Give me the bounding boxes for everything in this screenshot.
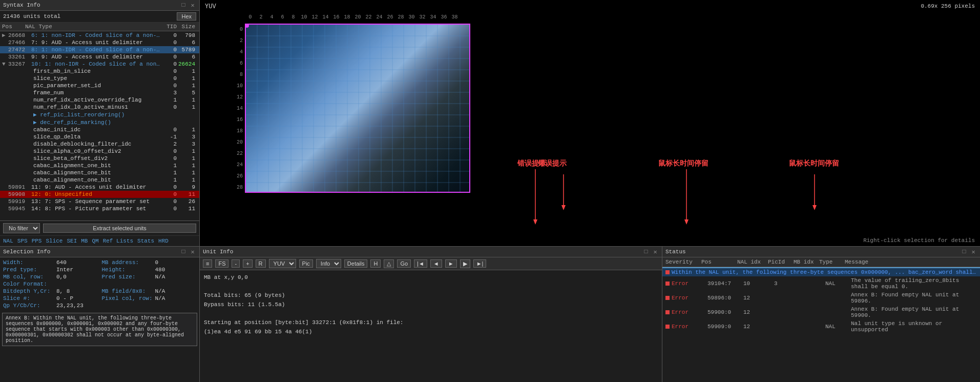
zoom-out-button[interactable]: -: [232, 259, 240, 268]
unit-line-6: Starting at position [byte:bit] 33272:1 …: [204, 318, 658, 328]
h-button[interactable]: H: [370, 259, 381, 268]
nal-tab-hrd[interactable]: HRD: [158, 238, 169, 244]
nal-tab-stats[interactable]: Stats: [137, 238, 154, 244]
sel-field-bitdepth: Bitdepth Y,Cr:8, 8: [3, 288, 98, 294]
details-button[interactable]: Details: [344, 259, 368, 268]
nal-tab-sps[interactable]: SPS: [17, 238, 28, 244]
table-row[interactable]: 27466 7: 9: AUD - Access unit delimiter …: [0, 39, 199, 46]
table-row[interactable]: ▶ 26668 6: 1: non-IDR - Coded slice of a…: [0, 31, 199, 39]
x-axis: 0 2 4 6 8 10 12 14 16 18 20 22 24 26 28 …: [245, 14, 460, 20]
nal-tab-nal[interactable]: NAL: [3, 238, 13, 244]
status-panel: Status □ ✕ Severity Pos NAL idx PicId MB…: [662, 247, 980, 382]
go-button[interactable]: Go: [397, 259, 411, 268]
app-root: Syntax Info □ ✕ 21436 units total Hex Po…: [0, 0, 980, 382]
syntax-stats-text: 21436 units total: [3, 13, 60, 19]
table-row[interactable]: cabac_init_idc 0 1: [0, 126, 199, 133]
hex-button[interactable]: Hex: [177, 12, 196, 21]
table-row-error[interactable]: 59908 12: 0: Unspecified 0 11: [0, 191, 199, 198]
nav-start[interactable]: |◄: [414, 259, 427, 268]
menu-button[interactable]: ≡: [203, 259, 212, 268]
nav-next[interactable]: ►: [445, 259, 457, 268]
right-click-note: Right-click selection for details: [863, 237, 975, 244]
nal-tab-qm[interactable]: QM: [92, 238, 98, 244]
extract-button[interactable]: Extract selected units: [43, 224, 196, 233]
status-row[interactable]: Error 59900:0 12 Annex B: Found empty NA…: [662, 305, 980, 319]
float-icon[interactable]: □: [180, 2, 187, 9]
syntax-table[interactable]: Pos NAL Type TID Size ▶ 26668 6: 1: non-…: [0, 23, 199, 220]
delta-button[interactable]: △: [384, 259, 394, 268]
filter-dropdown[interactable]: No filter: [3, 223, 40, 233]
error-indicator: [665, 325, 670, 329]
status-panel-title: Status: [665, 249, 686, 255]
zoom-in-button[interactable]: +: [243, 259, 252, 268]
status-row[interactable]: Error 59896:0 12 Annex B: Found empty NA…: [662, 291, 980, 305]
nav-end[interactable]: ►|: [473, 259, 487, 268]
table-row[interactable]: first_mb_in_slice 0 1: [0, 68, 199, 75]
pic-button[interactable]: Pic: [299, 259, 313, 268]
status-table-header: Severity Pos NAL idx PicId MB idx Type M…: [662, 257, 980, 267]
table-row[interactable]: num_ref_idx_active_override_flag 1 1: [0, 96, 199, 104]
table-row[interactable]: 33261 9: 9: AUD - Access unit delimiter …: [0, 53, 199, 61]
sel-field-colorformat: Color Format:: [3, 281, 98, 287]
selection-fields: Width:640 MB address:0 Pred type:Inter H…: [0, 257, 199, 311]
nal-tab-pps[interactable]: PPS: [32, 238, 42, 244]
table-row[interactable]: ▶ ref_pic_list_reordering(): [0, 111, 199, 118]
table-row[interactable]: slice_qp_delta -1 3: [0, 133, 199, 140]
table-row[interactable]: cabac_alignment_one_bit 1 1: [0, 176, 199, 184]
info-dropdown[interactable]: Info: [316, 259, 341, 268]
unit-line-2: [204, 283, 658, 292]
sel-panel-icons: □ ✕: [180, 248, 196, 255]
svg-marker-37: [812, 205, 817, 210]
table-row[interactable]: ▶ dec_ref_pic_marking(): [0, 118, 199, 126]
nal-tab-sei[interactable]: SEI: [67, 238, 77, 244]
sel-field-slice: Slice #:0 - P: [3, 295, 98, 301]
nal-tab-slice[interactable]: Slice: [46, 238, 62, 244]
status-row-top[interactable]: Within the NAL unit, the following three…: [662, 267, 980, 276]
selection-panel: Selection Info □ ✕ Width:640 MB address:…: [0, 247, 200, 382]
table-row[interactable]: disable_deblocking_filter_idc 2 3: [0, 140, 199, 148]
table-row[interactable]: slice_alpha_c0_offset_div2 0 1: [0, 148, 199, 155]
table-row[interactable]: slice_type 0 1: [0, 75, 199, 82]
nav-play[interactable]: ▶: [460, 259, 470, 268]
status-panel-icons: □ ✕: [961, 248, 977, 255]
close-icon[interactable]: ✕: [652, 248, 659, 255]
close-icon[interactable]: ✕: [189, 2, 196, 9]
close-icon[interactable]: ✕: [970, 248, 977, 255]
close-icon[interactable]: ✕: [189, 248, 196, 255]
unit-panel: Unit Info □ ✕ ≡ FS - + R YUV Pic Info: [200, 247, 662, 382]
nal-tabs: NAL SPS PPS Slice SEI MB QM Ref Lists St…: [0, 235, 199, 246]
table-row[interactable]: cabac_alignment_one_bit 1 1: [0, 162, 199, 169]
table-row[interactable]: 59919 13: 7: SPS - Sequence parameter se…: [0, 198, 199, 205]
error-indicator: [665, 296, 670, 300]
table-row[interactable]: frame_num 3 5: [0, 89, 199, 96]
table-row[interactable]: slice_beta_offset_div2 0 1: [0, 155, 199, 162]
table-row[interactable]: 59945 14: 8: PPS - Picture parameter set…: [0, 205, 199, 212]
error-indicator: [665, 310, 670, 314]
selection-panel-header: Selection Info □ ✕: [0, 247, 199, 257]
float-icon[interactable]: □: [642, 248, 650, 255]
nal-tab-reflists[interactable]: Ref Lists: [103, 238, 133, 244]
float-icon[interactable]: □: [180, 248, 187, 255]
expand-icon: ▼: [2, 61, 8, 67]
yuv-panel: YUV 0.69x 256 pixels 0 2 4 6 8 10 12 14 …: [200, 0, 980, 246]
unit-content: MB at x,y 0,0 Total bits: 65 (9 bytes) B…: [200, 270, 662, 382]
unit-panel-title: Unit Info: [203, 249, 233, 255]
status-row[interactable]: Error 59909:0 12 NAL Nal unit type is un…: [662, 319, 980, 334]
fs-button[interactable]: FS: [215, 259, 228, 268]
table-row[interactable]: 27472 8: 1: non-IDR - Coded slice of a n…: [0, 46, 199, 53]
table-row[interactable]: cabac_alignment_one_bit 1 1: [0, 169, 199, 176]
yuv-dropdown[interactable]: YUV: [269, 259, 296, 268]
table-row[interactable]: 59891 11: 9: AUD - Access unit delimiter…: [0, 184, 199, 191]
nal-tab-mb[interactable]: MB: [81, 238, 88, 244]
table-row[interactable]: pic_parameter_set_id 0 1: [0, 82, 199, 89]
r-button[interactable]: R: [256, 259, 266, 268]
col-header-pos: Pos: [2, 24, 25, 30]
nav-prev[interactable]: ◄: [430, 259, 442, 268]
top-row: Syntax Info □ ✕ 21436 units total Hex Po…: [0, 0, 980, 246]
unit-toolbar: ≡ FS - + R YUV Pic Info Details H △ Go |…: [200, 257, 662, 270]
status-row[interactable]: Error 39104:7 10 3 NAL The value of trai…: [662, 276, 980, 291]
table-row[interactable]: num_ref_idx_l0_active_minus1 0 1: [0, 104, 199, 111]
table-row[interactable]: ▼ 33267 10: 1: non-IDR - Coded slice of …: [0, 61, 199, 68]
float-icon[interactable]: □: [961, 248, 968, 255]
status-panel-header: Status □ ✕: [662, 247, 980, 257]
